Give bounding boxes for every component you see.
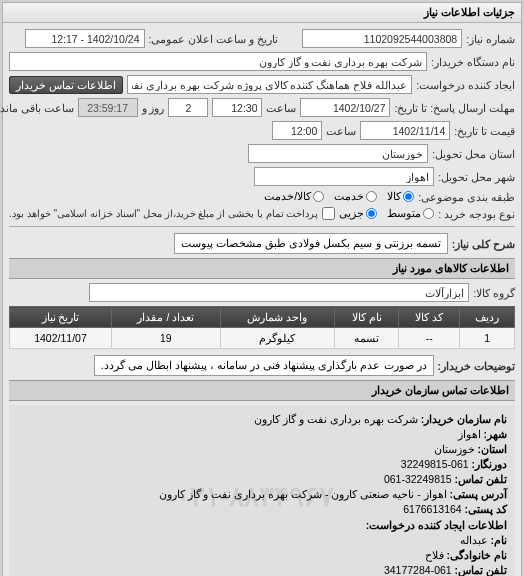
buy-opt-minor[interactable]: جزیی <box>339 207 377 220</box>
days-input[interactable] <box>168 98 208 117</box>
buyer-org-label: نام دستگاه خریدار: <box>431 56 515 68</box>
buy-radio-minor[interactable] <box>366 208 377 219</box>
contact-name-value: عبداله <box>460 534 488 546</box>
contact-prov-value: خوزستان <box>434 443 475 455</box>
row-buy-type: نوع بودجه خرید : متوسط جزیی پرداخت تمام … <box>9 207 515 220</box>
divider <box>9 226 515 227</box>
contact-phone-label: دورنگار: <box>472 458 508 470</box>
th-idx: ردیف <box>460 307 515 328</box>
contact-fax: تلفن تماس: 32249815-061 <box>17 473 507 485</box>
contact-addr-value: اهواز - ناحیه صنعتی کارون - شرکت بهره بر… <box>159 488 447 500</box>
row-req-no: شماره نیاز: تاریخ و ساعت اعلان عمومی: <box>9 29 515 48</box>
contact-prov: استان: خوزستان <box>17 443 507 455</box>
contact-fax-label: تلفن تماس: <box>455 473 507 485</box>
contact-org-value: شرکت بهره برداری نفت و گاز کارون <box>254 413 418 425</box>
remaining-label: ساعت باقی مانده <box>0 102 74 114</box>
contact-city-label: شهر: <box>484 428 508 440</box>
cell-name: تسمه <box>334 328 398 349</box>
class-opt-both[interactable]: کالا/خدمت <box>264 190 324 203</box>
creator-input[interactable] <box>127 75 412 94</box>
contact-cphone-label: تلفن تماس: <box>455 564 507 576</box>
treasury-checkbox[interactable] <box>322 207 335 220</box>
buyer-org-input[interactable] <box>9 52 427 71</box>
th-name: نام کالا <box>334 307 398 328</box>
row-description: شرح کلی نیاز: تسمه برزنتی و سیم بکسل فول… <box>9 233 515 254</box>
contact-name-label: نام: <box>491 534 508 546</box>
time-label-2: ساعت <box>326 125 356 137</box>
time-label-1: ساعت <box>266 102 296 114</box>
contact-name: نام: عبداله <box>17 534 507 546</box>
class-radio-kala[interactable] <box>403 191 414 202</box>
row-creator: ایجاد کننده درخواست: اطلاعات تماس خریدار <box>9 75 515 94</box>
desc-label: شرح کلی نیاز: <box>452 238 515 250</box>
class-opt2-label: خدمت <box>334 190 364 203</box>
cell-date: 1402/11/07 <box>10 328 112 349</box>
pub-date-label: تاریخ و ساعت اعلان عمومی: <box>149 33 279 45</box>
row-resp-deadline: مهلت ارسال پاسخ: تا تاریخ: ساعت روز و سا… <box>9 98 515 117</box>
row-classification: طبقه بندی موضوعی: کالا خدمت کالا/خدمت <box>9 190 515 203</box>
table-header-row: ردیف کد کالا نام کالا واحد شمارش تعداد /… <box>10 307 515 328</box>
cell-qty: 19 <box>111 328 220 349</box>
cell-unit: کیلوگرم <box>220 328 334 349</box>
contact-org: نام سازمان خریدار: شرکت بهره برداری نفت … <box>17 413 507 425</box>
row-price-date: قیمت تا تاریخ: ساعت <box>9 121 515 140</box>
class-label: طبقه بندی موضوعی: <box>418 191 515 203</box>
delivery-city-label: شهر محل تحویل: <box>438 171 515 183</box>
row-delivery-city: شهر محل تحویل: <box>9 167 515 186</box>
req-no-input[interactable] <box>302 29 462 48</box>
class-opt-service[interactable]: خدمت <box>334 190 377 203</box>
price-date-label: قیمت تا تاریخ: <box>454 125 515 137</box>
buy-radio-group: متوسط جزیی <box>339 207 434 220</box>
contact-info-button[interactable]: اطلاعات تماس خریدار <box>9 76 123 94</box>
contact-section: ۰۲۱-۸۸۳۴۹۶۷۰ نام سازمان خریدار: شرکت بهر… <box>9 405 515 576</box>
contact-phone: دورنگار: 061-32249815 <box>17 458 507 470</box>
contact-post-label: کد پستی: <box>465 503 507 515</box>
group-input[interactable] <box>89 283 469 302</box>
contact-lname-value: فلاح <box>425 549 444 561</box>
req-no-label: شماره نیاز: <box>466 33 515 45</box>
contact-org-label: نام سازمان خریدار: <box>421 413 507 425</box>
class-opt1-label: کالا <box>387 190 401 203</box>
contact-addr: آدرس پستی: اهواز - ناحیه صنعتی کارون - ش… <box>17 488 507 500</box>
contact-cphone: تلفن تماس: 061-34177284 <box>17 564 507 576</box>
class-radio-both[interactable] <box>313 191 324 202</box>
price-date-input[interactable] <box>360 121 450 140</box>
class-radio-service[interactable] <box>366 191 377 202</box>
contact-lname-label: نام خانوادگی: <box>447 549 507 561</box>
delivery-prov-label: استان محل تحویل: <box>432 148 515 160</box>
remaining-time-input <box>78 98 138 117</box>
resp-deadline-label: مهلت ارسال پاسخ: تا تاریخ: <box>394 102 515 114</box>
buy-radio-med[interactable] <box>423 208 434 219</box>
price-time-input[interactable] <box>272 121 322 140</box>
contact-lname: نام خانوادگی: فلاح <box>17 549 507 561</box>
buy-opt1-label: متوسط <box>387 207 421 220</box>
delivery-prov-input[interactable] <box>248 144 428 163</box>
th-code: کد کالا <box>399 307 460 328</box>
panel-body: شماره نیاز: تاریخ و ساعت اعلان عمومی: نا… <box>3 23 521 576</box>
resp-time-input[interactable] <box>212 98 262 117</box>
cell-code: -- <box>399 328 460 349</box>
buy-opt2-label: جزیی <box>339 207 364 220</box>
days-unit-label: روز و <box>142 102 165 114</box>
contact-city-value: اهواز <box>458 428 481 440</box>
contact-section-title: اطلاعات تماس سازمان خریدار <box>9 380 515 401</box>
buy-opt-med[interactable]: متوسط <box>387 207 434 220</box>
cell-idx: 1 <box>460 328 515 349</box>
contact-cphone-value: 061-34177284 <box>384 564 452 576</box>
contact-city: شهر: اهواز <box>17 428 507 440</box>
explain-value: در صورت عدم بارگذاری پیشنهاد فنی در ساما… <box>94 355 434 376</box>
pub-date-input[interactable] <box>25 29 145 48</box>
resp-date-input[interactable] <box>300 98 390 117</box>
panel-title: جزئیات اطلاعات نیاز <box>3 3 521 23</box>
contact-fax-value: 32249815-061 <box>384 473 452 485</box>
row-explain: توضیحات خریدار: در صورت عدم بارگذاری پیش… <box>9 355 515 376</box>
class-opt-kala[interactable]: کالا <box>387 190 414 203</box>
row-delivery-prov: استان محل تحویل: <box>9 144 515 163</box>
table-row[interactable]: 1 -- تسمه کیلوگرم 19 1402/11/07 <box>10 328 515 349</box>
buy-note: پرداخت تمام یا بخشی از مبلغ خرید،از محل … <box>9 208 318 219</box>
th-date: تاریخ نیاز <box>10 307 112 328</box>
buy-type-label: نوع بودجه خرید : <box>438 208 515 220</box>
group-label: گروه کالا: <box>473 287 515 299</box>
delivery-city-input[interactable] <box>254 167 434 186</box>
desc-value: تسمه برزنتی و سیم بکسل فولادی طبق مشخصات… <box>174 233 447 254</box>
